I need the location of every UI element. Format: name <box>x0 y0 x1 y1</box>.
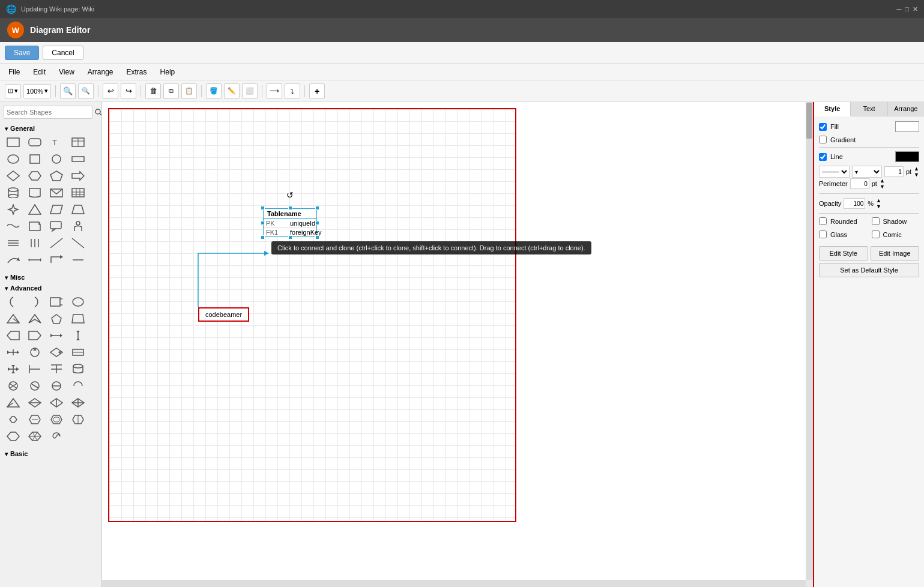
shape-line-straight[interactable] <box>68 252 88 268</box>
adv-shape-22[interactable] <box>25 378 44 394</box>
shadow-checkbox[interactable] <box>872 217 880 225</box>
adv-shape-20[interactable] <box>68 361 88 377</box>
adv-shape-5[interactable] <box>4 311 23 327</box>
adv-shape-3[interactable] <box>47 294 66 310</box>
shape-trapezoid[interactable] <box>68 202 88 217</box>
section-general[interactable]: General <box>2 122 99 133</box>
perimeter-down[interactable]: ▼ <box>880 184 885 190</box>
opacity-input[interactable] <box>844 198 865 209</box>
shape-arrow-bidirect[interactable] <box>25 252 44 268</box>
comic-checkbox[interactable] <box>872 230 880 238</box>
edit-image-button[interactable]: Edit Image <box>871 246 920 260</box>
adv-shape-35[interactable] <box>47 429 66 444</box>
adv-shape-14[interactable] <box>25 345 44 360</box>
shape-triangle[interactable] <box>25 202 44 217</box>
shape-diagonal2[interactable] <box>68 235 88 251</box>
handle-tr[interactable] <box>315 206 319 210</box>
line-width-down[interactable]: ▼ <box>914 172 919 178</box>
table-node[interactable]: ↺ Tablename PK <box>263 208 317 237</box>
adv-shape-33[interactable] <box>4 429 23 444</box>
menu-view[interactable]: View <box>53 66 80 78</box>
shape-arrow-right[interactable] <box>68 168 88 184</box>
cancel-button[interactable]: Cancel <box>43 46 83 60</box>
adv-shape-32[interactable] <box>68 412 88 427</box>
line-checkbox[interactable] <box>819 153 827 161</box>
adv-shape-29[interactable] <box>4 412 23 427</box>
menu-arrange[interactable]: Arrange <box>82 66 119 78</box>
glass-checkbox[interactable] <box>819 230 827 238</box>
shape-rounded-rect[interactable] <box>25 134 44 150</box>
scrollbar-thumb[interactable] <box>806 103 812 139</box>
rounded-checkbox[interactable] <box>819 217 827 225</box>
line-width-up[interactable]: ▲ <box>914 166 919 172</box>
zoom-level[interactable]: 100% ▾ <box>23 84 51 98</box>
adv-shape-23[interactable] <box>47 378 66 394</box>
tab-text[interactable]: Text <box>851 102 887 116</box>
line-arrow-select[interactable]: ▾ <box>852 166 882 178</box>
handle-ml[interactable] <box>261 221 265 225</box>
shape-person[interactable] <box>68 218 88 234</box>
fill-color-button[interactable]: 🪣 <box>206 83 222 99</box>
menu-extras[interactable]: Extras <box>121 66 153 78</box>
adv-shape-10[interactable] <box>25 328 44 343</box>
rotate-handle[interactable]: ↺ <box>286 190 294 197</box>
adv-shape-1[interactable] <box>4 294 23 310</box>
undo-button[interactable]: ↩ <box>103 83 118 99</box>
line-color-box[interactable] <box>895 151 919 162</box>
adv-shape-6[interactable] <box>25 311 44 327</box>
copy-button[interactable]: ⧉ <box>163 83 179 99</box>
adv-shape-13[interactable] <box>4 345 23 360</box>
tab-arrange[interactable]: Arrange <box>888 102 924 116</box>
opacity-up[interactable]: ▲ <box>876 197 881 203</box>
adv-shape-24[interactable] <box>68 378 88 394</box>
shape-diagonal1[interactable] <box>47 235 66 251</box>
minimize-icon[interactable]: ─ <box>897 5 902 13</box>
connection-style-button[interactable]: ⟶ <box>267 83 282 99</box>
shape-arrow-curve[interactable] <box>4 252 23 268</box>
waypoint-button[interactable]: ⤵ <box>285 83 300 99</box>
fill-checkbox[interactable] <box>819 123 827 131</box>
perimeter-input[interactable] <box>850 178 869 189</box>
section-advanced[interactable]: Advanced <box>2 282 99 293</box>
adv-shape-27[interactable] <box>47 395 66 411</box>
shape-note[interactable] <box>25 218 44 234</box>
handle-br[interactable] <box>315 235 319 239</box>
section-basic[interactable]: Basic <box>2 448 99 459</box>
gradient-checkbox[interactable] <box>819 136 827 143</box>
adv-shape-12[interactable] <box>68 328 88 343</box>
shape-rectangle[interactable] <box>4 134 23 150</box>
opacity-down[interactable]: ▼ <box>876 203 881 209</box>
fill-color-box[interactable] <box>895 121 919 132</box>
canvas[interactable]: ↺ Tablename PK <box>102 102 806 580</box>
horizontal-scrollbar[interactable] <box>102 580 806 587</box>
shape-circle[interactable] <box>47 151 66 167</box>
handle-tl[interactable] <box>261 206 265 210</box>
adv-shape-15[interactable] <box>47 345 66 360</box>
tab-style[interactable]: Style <box>814 102 851 116</box>
adv-shape-7[interactable] <box>47 311 66 327</box>
shape-ellipse[interactable] <box>4 151 23 167</box>
adv-shape-4[interactable] <box>68 294 88 310</box>
zoom-in-button[interactable]: 🔍 <box>60 83 76 99</box>
adv-shape-25[interactable] <box>4 395 23 411</box>
paste-button[interactable]: 📋 <box>181 83 197 99</box>
perimeter-up[interactable]: ▲ <box>880 178 885 184</box>
edit-style-button[interactable]: Edit Style <box>819 246 868 260</box>
shape-arrow-angled[interactable] <box>47 252 66 268</box>
shape-cylinder[interactable] <box>4 185 23 200</box>
delete-button[interactable]: 🗑 <box>145 83 161 99</box>
handle-mr[interactable] <box>315 221 319 225</box>
set-default-style-button[interactable]: Set as Default Style <box>819 263 919 277</box>
adv-shape-26[interactable] <box>25 395 44 411</box>
canvas-scroll[interactable]: ↺ Tablename PK <box>102 102 806 580</box>
zoom-out-button[interactable]: 🔍 <box>78 83 94 99</box>
redo-button[interactable]: ↪ <box>121 83 136 99</box>
zoom-control[interactable]: ⊡ ▾ <box>5 84 21 98</box>
canvas-area[interactable]: ↺ Tablename PK <box>102 102 813 587</box>
adv-shape-21[interactable] <box>4 378 23 394</box>
line-style-select[interactable]: ──── - - - · · · <box>819 166 850 178</box>
shape-vlines[interactable] <box>25 235 44 251</box>
shape-pentagon[interactable] <box>47 168 66 184</box>
canvas-inner[interactable]: ↺ Tablename PK <box>108 108 516 522</box>
adv-shape-28[interactable] <box>68 395 88 411</box>
